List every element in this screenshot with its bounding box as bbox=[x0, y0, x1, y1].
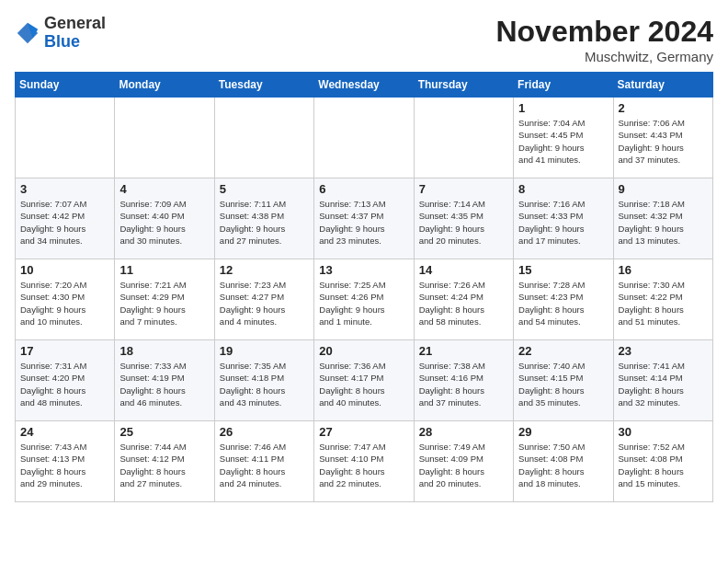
day-info: Sunrise: 7:47 AM Sunset: 4:10 PM Dayligh… bbox=[319, 441, 408, 489]
calendar-day: 3Sunrise: 7:07 AM Sunset: 4:42 PM Daylig… bbox=[16, 178, 115, 259]
calendar-day: 13Sunrise: 7:25 AM Sunset: 4:26 PM Dayli… bbox=[314, 259, 414, 340]
day-info: Sunrise: 7:23 AM Sunset: 4:27 PM Dayligh… bbox=[220, 279, 309, 327]
day-number: 19 bbox=[220, 344, 309, 358]
day-number: 23 bbox=[619, 344, 708, 358]
day-info: Sunrise: 7:38 AM Sunset: 4:16 PM Dayligh… bbox=[419, 360, 508, 408]
weekday-header: Friday bbox=[514, 73, 613, 98]
day-info: Sunrise: 7:20 AM Sunset: 4:30 PM Dayligh… bbox=[20, 279, 109, 327]
empty-day bbox=[16, 98, 115, 178]
calendar-day: 28Sunrise: 7:49 AM Sunset: 4:09 PM Dayli… bbox=[414, 421, 513, 502]
day-info: Sunrise: 7:26 AM Sunset: 4:24 PM Dayligh… bbox=[419, 279, 508, 327]
weekday-header: Saturday bbox=[613, 73, 712, 98]
calendar-day: 11Sunrise: 7:21 AM Sunset: 4:29 PM Dayli… bbox=[115, 259, 214, 340]
calendar-day: 7Sunrise: 7:14 AM Sunset: 4:35 PM Daylig… bbox=[414, 178, 513, 259]
day-info: Sunrise: 7:04 AM Sunset: 4:45 PM Dayligh… bbox=[518, 117, 608, 166]
calendar-day: 14Sunrise: 7:26 AM Sunset: 4:24 PM Dayli… bbox=[414, 259, 513, 340]
calendar-day: 4Sunrise: 7:09 AM Sunset: 4:40 PM Daylig… bbox=[115, 178, 214, 259]
day-info: Sunrise: 7:14 AM Sunset: 4:35 PM Dayligh… bbox=[419, 198, 508, 247]
day-info: Sunrise: 7:18 AM Sunset: 4:32 PM Dayligh… bbox=[619, 198, 708, 247]
calendar-day: 22Sunrise: 7:40 AM Sunset: 4:15 PM Dayli… bbox=[514, 340, 613, 421]
empty-day bbox=[214, 98, 313, 178]
day-number: 15 bbox=[518, 263, 608, 277]
day-number: 28 bbox=[419, 425, 508, 439]
calendar-day: 10Sunrise: 7:20 AM Sunset: 4:30 PM Dayli… bbox=[16, 259, 115, 340]
day-number: 4 bbox=[119, 182, 209, 196]
day-number: 20 bbox=[319, 344, 408, 358]
day-info: Sunrise: 7:11 AM Sunset: 4:38 PM Dayligh… bbox=[220, 198, 309, 247]
weekday-header: Monday bbox=[115, 73, 214, 98]
day-number: 10 bbox=[20, 263, 109, 277]
logo-general-text: General bbox=[44, 14, 106, 32]
page-header: General Blue November 2024 Muschwitz, Ge… bbox=[15, 15, 713, 64]
calendar-day: 30Sunrise: 7:52 AM Sunset: 4:08 PM Dayli… bbox=[613, 421, 712, 502]
day-info: Sunrise: 7:16 AM Sunset: 4:33 PM Dayligh… bbox=[518, 198, 608, 247]
day-number: 21 bbox=[419, 344, 508, 358]
day-number: 22 bbox=[518, 344, 608, 358]
day-info: Sunrise: 7:25 AM Sunset: 4:26 PM Dayligh… bbox=[319, 279, 408, 327]
day-number: 24 bbox=[20, 425, 109, 439]
day-info: Sunrise: 7:21 AM Sunset: 4:29 PM Dayligh… bbox=[119, 279, 209, 327]
day-info: Sunrise: 7:36 AM Sunset: 4:17 PM Dayligh… bbox=[319, 360, 408, 408]
day-info: Sunrise: 7:49 AM Sunset: 4:09 PM Dayligh… bbox=[419, 441, 508, 489]
day-number: 5 bbox=[220, 182, 309, 196]
location: Muschwitz, Germany bbox=[495, 49, 713, 64]
day-number: 12 bbox=[220, 263, 309, 277]
calendar-table: SundayMondayTuesdayWednesdayThursdayFrid… bbox=[15, 72, 713, 502]
calendar-day: 18Sunrise: 7:33 AM Sunset: 4:19 PM Dayli… bbox=[115, 340, 214, 421]
day-number: 14 bbox=[419, 263, 508, 277]
day-info: Sunrise: 7:31 AM Sunset: 4:20 PM Dayligh… bbox=[20, 360, 109, 408]
empty-day bbox=[115, 98, 214, 178]
calendar-day: 26Sunrise: 7:46 AM Sunset: 4:11 PM Dayli… bbox=[214, 421, 313, 502]
calendar-day: 6Sunrise: 7:13 AM Sunset: 4:37 PM Daylig… bbox=[314, 178, 414, 259]
day-number: 8 bbox=[518, 182, 608, 196]
weekday-header: Wednesday bbox=[314, 73, 414, 98]
day-info: Sunrise: 7:33 AM Sunset: 4:19 PM Dayligh… bbox=[119, 360, 209, 408]
calendar-day: 2Sunrise: 7:06 AM Sunset: 4:43 PM Daylig… bbox=[613, 98, 712, 178]
day-info: Sunrise: 7:28 AM Sunset: 4:23 PM Dayligh… bbox=[518, 279, 608, 327]
day-info: Sunrise: 7:07 AM Sunset: 4:42 PM Dayligh… bbox=[20, 198, 109, 247]
day-number: 13 bbox=[319, 263, 408, 277]
day-number: 26 bbox=[220, 425, 309, 439]
calendar-day: 19Sunrise: 7:35 AM Sunset: 4:18 PM Dayli… bbox=[214, 340, 313, 421]
title-block: November 2024 Muschwitz, Germany bbox=[495, 15, 713, 64]
logo-icon bbox=[15, 20, 40, 46]
day-info: Sunrise: 7:44 AM Sunset: 4:12 PM Dayligh… bbox=[119, 441, 209, 489]
day-number: 6 bbox=[319, 182, 408, 196]
calendar-day: 27Sunrise: 7:47 AM Sunset: 4:10 PM Dayli… bbox=[314, 421, 414, 502]
month-title: November 2024 bbox=[495, 15, 713, 49]
day-info: Sunrise: 7:50 AM Sunset: 4:08 PM Dayligh… bbox=[518, 441, 608, 489]
calendar-day: 12Sunrise: 7:23 AM Sunset: 4:27 PM Dayli… bbox=[214, 259, 313, 340]
day-info: Sunrise: 7:46 AM Sunset: 4:11 PM Dayligh… bbox=[220, 441, 309, 489]
calendar-day: 5Sunrise: 7:11 AM Sunset: 4:38 PM Daylig… bbox=[214, 178, 313, 259]
calendar-day: 9Sunrise: 7:18 AM Sunset: 4:32 PM Daylig… bbox=[613, 178, 712, 259]
calendar-day: 29Sunrise: 7:50 AM Sunset: 4:08 PM Dayli… bbox=[514, 421, 613, 502]
logo: General Blue bbox=[15, 15, 106, 52]
weekday-header: Thursday bbox=[414, 73, 513, 98]
day-info: Sunrise: 7:52 AM Sunset: 4:08 PM Dayligh… bbox=[619, 441, 708, 489]
day-info: Sunrise: 7:06 AM Sunset: 4:43 PM Dayligh… bbox=[619, 117, 708, 166]
calendar-day: 24Sunrise: 7:43 AM Sunset: 4:13 PM Dayli… bbox=[16, 421, 115, 502]
day-info: Sunrise: 7:13 AM Sunset: 4:37 PM Dayligh… bbox=[319, 198, 408, 247]
day-number: 29 bbox=[518, 425, 608, 439]
day-number: 11 bbox=[119, 263, 209, 277]
calendar-day: 25Sunrise: 7:44 AM Sunset: 4:12 PM Dayli… bbox=[115, 421, 214, 502]
weekday-header: Tuesday bbox=[214, 73, 313, 98]
day-number: 30 bbox=[619, 425, 708, 439]
logo-blue-text: Blue bbox=[44, 32, 80, 51]
calendar-day: 8Sunrise: 7:16 AM Sunset: 4:33 PM Daylig… bbox=[514, 178, 613, 259]
day-number: 9 bbox=[619, 182, 708, 196]
calendar-day: 21Sunrise: 7:38 AM Sunset: 4:16 PM Dayli… bbox=[414, 340, 513, 421]
day-info: Sunrise: 7:09 AM Sunset: 4:40 PM Dayligh… bbox=[119, 198, 209, 247]
empty-day bbox=[314, 98, 414, 178]
day-number: 7 bbox=[419, 182, 508, 196]
day-number: 25 bbox=[119, 425, 209, 439]
day-number: 3 bbox=[20, 182, 109, 196]
calendar-day: 23Sunrise: 7:41 AM Sunset: 4:14 PM Dayli… bbox=[613, 340, 712, 421]
day-number: 17 bbox=[20, 344, 109, 358]
day-number: 1 bbox=[518, 101, 608, 115]
empty-day bbox=[414, 98, 513, 178]
day-number: 16 bbox=[619, 263, 708, 277]
day-number: 27 bbox=[319, 425, 408, 439]
day-info: Sunrise: 7:40 AM Sunset: 4:15 PM Dayligh… bbox=[518, 360, 608, 408]
calendar-day: 17Sunrise: 7:31 AM Sunset: 4:20 PM Dayli… bbox=[16, 340, 115, 421]
